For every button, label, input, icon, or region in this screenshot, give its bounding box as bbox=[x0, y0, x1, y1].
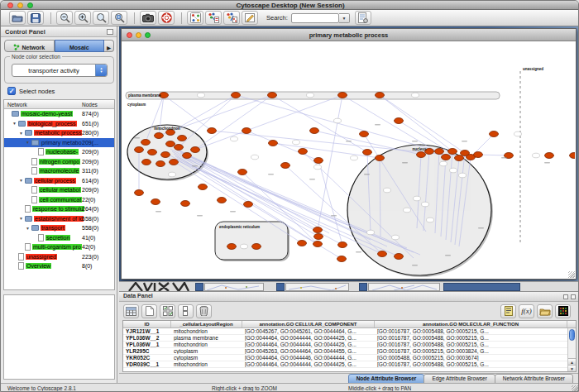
graph-edge[interactable] bbox=[170, 95, 236, 132]
table-cell[interactable]: [GO:0044464, GO:0044444, GO:0044425, G..… bbox=[242, 361, 375, 367]
tab-network[interactable]: Network bbox=[4, 40, 55, 52]
table-cell[interactable]: mitochondrion bbox=[171, 342, 242, 347]
graph-node[interactable] bbox=[183, 153, 192, 159]
graph-node[interactable] bbox=[218, 198, 227, 203]
graph-node[interactable] bbox=[208, 128, 217, 134]
graph-node[interactable] bbox=[314, 234, 323, 240]
graph-node[interactable] bbox=[314, 158, 323, 164]
heatmap-button[interactable] bbox=[555, 304, 571, 318]
select-nodes-checkbox[interactable]: ✓ bbox=[7, 87, 16, 95]
table-cell[interactable]: [GO:0016787, GO:0005488, GO:0005215, G..… bbox=[375, 361, 567, 367]
more-tabs-button[interactable]: ▶ bbox=[104, 40, 114, 52]
help-button[interactable] bbox=[158, 11, 175, 25]
tree-row[interactable]: ▼primary metabo209(... bbox=[4, 138, 114, 148]
minimized-window-icon[interactable] bbox=[359, 283, 367, 291]
network-window-titlebar[interactable]: primary metabolic process bbox=[122, 29, 576, 41]
graph-node[interactable] bbox=[252, 244, 261, 250]
table-cell[interactable]: cytoplasm bbox=[171, 348, 242, 354]
scroll-up-button[interactable]: ▲ bbox=[568, 358, 576, 365]
table-cell[interactable]: [GO:0016787, GO:0005215, GO:0003824, G..… bbox=[375, 348, 567, 354]
table-cell[interactable]: cytoplasm bbox=[171, 355, 242, 361]
table-cell[interactable]: [GO:0044464, GO:0044444, GO:0044425, G..… bbox=[242, 342, 375, 347]
graph-node[interactable] bbox=[363, 150, 372, 155]
graph-node[interactable] bbox=[337, 256, 347, 262]
graph-node[interactable] bbox=[490, 131, 499, 137]
graph-node[interactable] bbox=[310, 128, 319, 134]
graph-edge[interactable] bbox=[318, 160, 342, 245]
graph-node[interactable] bbox=[166, 141, 175, 147]
table-cell[interactable]: [GO:0016787, GO:0005488, GO:0005215, G..… bbox=[375, 328, 567, 334]
network-view-window[interactable]: primary metabolic process plasma membran… bbox=[121, 28, 577, 280]
attribute-checklist-button[interactable] bbox=[160, 304, 175, 318]
graph-node[interactable] bbox=[395, 118, 404, 124]
graph-node[interactable] bbox=[135, 190, 144, 196]
disclosure-triangle-icon[interactable]: ▼ bbox=[26, 140, 31, 145]
graph-edge[interactable] bbox=[342, 95, 446, 157]
import-attributes-button[interactable] bbox=[537, 304, 553, 318]
tree-row[interactable]: mosaic-demo-yeast874(0) bbox=[4, 109, 114, 119]
unified-attribute-button[interactable] bbox=[178, 304, 194, 318]
zoom-selected-button[interactable] bbox=[111, 11, 127, 25]
graph-node[interactable] bbox=[298, 241, 307, 246]
graph-node[interactable] bbox=[238, 170, 247, 175]
graph-node[interactable] bbox=[269, 141, 278, 146]
table-cell[interactable]: YPL036W__1 bbox=[123, 342, 171, 347]
table-cell[interactable]: YJR121W__1 bbox=[123, 328, 171, 334]
graph-node[interactable] bbox=[545, 153, 554, 159]
graph-edge[interactable] bbox=[179, 95, 236, 147]
graph-node[interactable] bbox=[232, 93, 241, 98]
graph-node[interactable] bbox=[442, 155, 451, 160]
graph-node[interactable] bbox=[244, 202, 253, 208]
new-attribute-button[interactable] bbox=[141, 304, 157, 318]
table-cell[interactable]: plasma membrane bbox=[171, 335, 242, 341]
tree-row[interactable]: cellular metabol209(0) bbox=[4, 185, 114, 195]
table-row[interactable]: YLR295Ccytoplasm[GO:0045263, GO:0044464,… bbox=[123, 348, 576, 355]
delete-attribute-button[interactable] bbox=[196, 304, 212, 318]
table-cell[interactable]: YKR052C bbox=[123, 355, 171, 361]
table-cell[interactable]: YPL036W__2 bbox=[123, 335, 171, 341]
graph-node[interactable] bbox=[570, 153, 576, 159]
table-cell[interactable]: [GO:0016787, GO:0005488, GO:0005215, G..… bbox=[375, 342, 567, 347]
table-cell[interactable]: [GO:0005488, GO:0005215, GO:0003674] bbox=[375, 355, 567, 361]
graph-node[interactable] bbox=[338, 93, 347, 98]
graph-node[interactable] bbox=[417, 152, 426, 158]
tree-row[interactable]: secretion41(0) bbox=[4, 233, 114, 243]
notes-button[interactable] bbox=[500, 304, 516, 318]
graph-edge[interactable] bbox=[380, 95, 452, 151]
float-panel-icon[interactable] bbox=[107, 29, 113, 35]
window-titlebar[interactable]: Cytoscape Desktop (New Session) bbox=[1, 1, 579, 10]
graph-node[interactable] bbox=[199, 184, 208, 190]
scroll-down-button[interactable]: ▼ bbox=[568, 365, 576, 371]
graph-node[interactable] bbox=[227, 244, 237, 250]
disclosure-triangle-icon[interactable]: ▼ bbox=[19, 178, 25, 183]
minimized-window-icon[interactable] bbox=[195, 283, 203, 291]
minimized-window-thumbnail[interactable] bbox=[204, 283, 264, 291]
table-scrollbar[interactable]: ▲ ▼ bbox=[567, 328, 576, 371]
table-row[interactable]: YPL036W__1mitochondrion[GO:0044464, GO:0… bbox=[123, 342, 576, 348]
node-color-dropdown[interactable]: transporter activity ▲▼ bbox=[12, 64, 108, 77]
graph-node[interactable] bbox=[474, 152, 483, 158]
tree-row[interactable]: unassigned223(0) bbox=[4, 252, 114, 262]
disclosure-triangle-icon[interactable]: ▼ bbox=[19, 216, 25, 221]
tree-row[interactable]: macromolecule311(0) bbox=[4, 166, 114, 176]
graph-node[interactable] bbox=[338, 242, 347, 248]
graph-node[interactable] bbox=[155, 133, 164, 139]
minimized-window-thumbnail[interactable] bbox=[368, 283, 440, 291]
save-session-button[interactable] bbox=[27, 11, 44, 25]
table-row[interactable]: YDR039C__1mitochondrion[GO:0044464, GO:0… bbox=[123, 361, 576, 368]
selected-minimized-window[interactable] bbox=[443, 283, 520, 291]
table-row[interactable]: YKR052Ccytoplasm[GO:0044464, GO:0044446,… bbox=[123, 355, 576, 361]
table-cell[interactable]: [GO:0045263, GO:0044464, GO:0044455, G..… bbox=[242, 348, 375, 354]
graph-node[interactable] bbox=[242, 128, 251, 134]
search-options-dropdown[interactable]: ▼ bbox=[339, 13, 350, 23]
graph-node[interactable] bbox=[313, 241, 323, 247]
tree-row[interactable]: Overview8(0) bbox=[4, 261, 114, 271]
graph-node[interactable] bbox=[360, 131, 369, 137]
graph-node[interactable] bbox=[191, 147, 200, 153]
graph-node[interactable] bbox=[448, 149, 457, 155]
graph-node[interactable] bbox=[376, 93, 385, 98]
snapshot-button[interactable] bbox=[140, 11, 156, 25]
graph-node[interactable] bbox=[151, 199, 160, 205]
disclosure-triangle-icon[interactable]: ▼ bbox=[26, 226, 31, 231]
table-cell[interactable]: mitochondrion bbox=[171, 361, 242, 367]
